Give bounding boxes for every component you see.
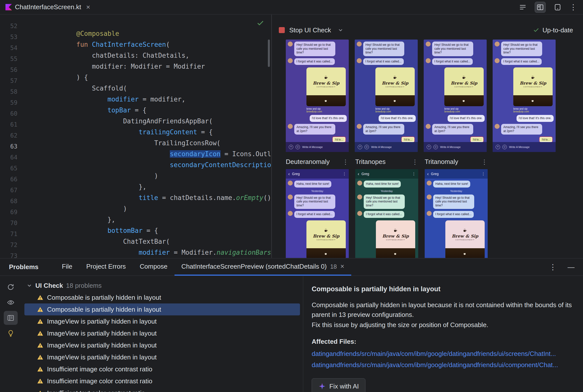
message-input-bar: + ☺ Write A Message [493, 142, 556, 152]
line-number: 66 [0, 176, 18, 183]
ai-spark-icon [318, 382, 326, 390]
coffee-cup-icon [462, 75, 466, 80]
card-link-url[interactable]: brew&sip.com [375, 110, 415, 113]
problem-row[interactable]: ImageView is partially hidden in layout [24, 316, 300, 327]
code-segment: modifier: Modifier = Modifier [76, 63, 205, 70]
panel-tab[interactable]: ChatInterfaceScreenPreview (sortedChatDe… [174, 258, 351, 276]
problem-row[interactable]: ImageView is partially hidden in layout [24, 339, 300, 351]
message-row: Amazing, I'll see you there at 2pm? [495, 124, 554, 134]
coffee-logo-area: Brew & Sip COFFEE&CREDIT [307, 68, 346, 95]
chat-preview-phone[interactable]: Hey! Should we go to that cafe you menti… [424, 40, 487, 152]
chat-preview-phone[interactable]: ‹ Greg ⋮ Haha, next time for sure! Yeste… [425, 169, 488, 258]
back-icon: ‹ [288, 172, 290, 176]
avatar [495, 42, 500, 46]
tab-label: Compose [140, 263, 167, 270]
coffee-photo [445, 248, 485, 258]
panel-tab[interactable]: File [55, 258, 79, 276]
message-row: Amazing, I'll see you there at 2pm? [288, 124, 347, 134]
no-errors-check-icon[interactable] [256, 19, 264, 28]
editor-scrollbar[interactable] [268, 40, 270, 67]
chevron-down-icon[interactable] [338, 27, 344, 33]
card-link-url[interactable]: brew&sip.com [513, 110, 553, 113]
chat-preview-phone[interactable]: Hey! Should we go to that cafe you menti… [493, 40, 556, 152]
preview-menu-icon[interactable]: ⋮ [412, 159, 418, 165]
chat-preview-phone[interactable]: Hey! Should we go to that cafe you menti… [355, 40, 418, 152]
card-link-title: brew and sip [307, 108, 346, 110]
preview-label-row: Deuteranomaly ⋮ [286, 158, 349, 166]
avatar [357, 180, 362, 186]
avatar [495, 124, 500, 129]
chat-preview-phone[interactable]: ‹ Greg ⋮ Haha, next time for sure! Yeste… [286, 169, 349, 258]
link-preview-card: Brew & Sip COFFEE&CREDIT brew and sip br… [375, 68, 415, 113]
warning-icon [37, 390, 44, 392]
preview-menu-icon[interactable]: ⋮ [342, 159, 349, 165]
avatar [288, 180, 293, 186]
affected-file-link[interactable]: datingandfriends/src/main/java/com/ibm/g… [312, 360, 574, 370]
card-link-title: brew and sip [444, 108, 484, 110]
chat-preview-phone[interactable]: Hey! Should we go to that cafe you menti… [286, 40, 349, 152]
line-number: 62 [0, 132, 18, 139]
editor-tab[interactable]: ChatInterfaceScreen.kt × [0, 0, 95, 14]
problem-row[interactable]: ImageView is partially hidden in layout [24, 327, 300, 339]
message-row: I forgot what it was called... [288, 211, 347, 218]
card-brand: Brew & Sip [452, 234, 478, 238]
message-row: Haha, next time for sure! [427, 180, 486, 188]
refresh-icon[interactable] [4, 280, 18, 294]
panel-options-icon[interactable]: ⋮ [549, 264, 557, 271]
chevron-down-icon [26, 282, 32, 288]
title-bar: ChatInterfaceScreen.kt × ⋮ [0, 0, 583, 14]
lightbulb-icon[interactable] [4, 326, 18, 340]
problem-row[interactable]: Insufficient image color contrast ratio [24, 375, 300, 387]
chat-preview-phone[interactable]: ‹ Greg ⋮ Haha, next time for sure! Yeste… [355, 169, 418, 258]
message-row: Amazing, I'll see you there at 2pm? [426, 124, 485, 134]
preview-label-row: Tritanopes ⋮ [355, 158, 418, 166]
structure-view-icon[interactable] [517, 2, 528, 13]
code-editor[interactable]: 52 @Composable 53 fun ChatInterfaceScree… [0, 15, 271, 258]
coffee-logo-area: Brew & Sip COFFEE&CREDIT [445, 220, 485, 248]
problem-row[interactable]: Composable is partially hidden in layout [24, 304, 300, 316]
coffee-cup-icon [393, 228, 398, 233]
problem-row[interactable]: Insufficient text color contrast ratio [24, 387, 300, 392]
minimize-icon[interactable]: — [567, 263, 574, 271]
link-preview-card: Brew & Sip COFFEE&CREDIT brew and sip br… [513, 68, 553, 113]
chat-bubble: Hey! Should we go to that cafe you menti… [433, 194, 474, 209]
panel-tab[interactable]: Compose [133, 258, 174, 276]
link-preview-card: Brew & Sip COFFEE&CREDIT [445, 220, 485, 258]
show-details-icon[interactable] [4, 311, 18, 325]
problem-row[interactable]: Insufficient image color contrast ratio [24, 363, 300, 375]
affected-file-link[interactable]: datingandfriends/src/main/java/com/ibm/g… [312, 349, 574, 359]
problem-text: ImageView is partially hidden in layout [47, 318, 157, 325]
line-number: 69 [0, 209, 18, 216]
split-editor-preview-icon[interactable] [535, 2, 546, 13]
fix-with-ai-button[interactable]: Fix with AI [312, 378, 365, 392]
add-icon: + [289, 145, 293, 149]
problem-row[interactable]: ImageView is partially hidden in layout [24, 351, 300, 363]
preview-eye-icon[interactable] [4, 296, 18, 310]
tab-close-icon[interactable]: × [340, 263, 344, 270]
add-icon: + [427, 145, 431, 149]
card-link-url[interactable]: brew&sip.com [444, 110, 484, 113]
more-options-icon[interactable]: ⋮ [569, 4, 577, 11]
card-brand: Brew & Sip [520, 80, 546, 86]
panel-tab[interactable]: Project Errors [79, 258, 133, 276]
line-number: 52 [0, 23, 18, 30]
message-row: Hey! Should we go to that cafe you menti… [495, 42, 554, 56]
flag-row: I'd lo... [493, 137, 552, 142]
ui-check-device-icon[interactable] [552, 2, 563, 13]
coffee-cup-icon [393, 75, 398, 80]
tab-close-icon[interactable]: × [86, 3, 90, 11]
tab-label: Project Errors [86, 263, 126, 270]
coffee-cup-icon [324, 228, 329, 233]
warning-icon [37, 330, 44, 337]
preview-cell: Deuteranomaly ⋮ ‹ Greg ⋮ Haha, next time… [286, 158, 349, 258]
stop-ui-check-button[interactable]: Stop UI Check [289, 26, 331, 34]
card-link-url[interactable]: brew&sip.com [307, 110, 346, 113]
line-number: 68 [0, 198, 18, 205]
warning-icon [37, 294, 44, 301]
preview-cell: Tritanomaly ⋮ ‹ Greg ⋮ Haha, next time f… [425, 158, 488, 258]
preview-label: Deuteranomaly [286, 158, 330, 166]
problem-row[interactable]: Composable is partially hidden in layout [24, 292, 300, 304]
ui-check-group-header[interactable]: UI Check 18 problems [22, 280, 303, 292]
preview-menu-icon[interactable]: ⋮ [481, 159, 488, 165]
code-lines: 52 @Composable 53 fun ChatInterfaceScree… [0, 21, 271, 258]
